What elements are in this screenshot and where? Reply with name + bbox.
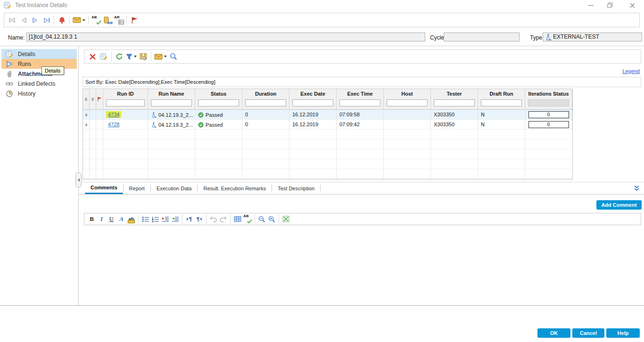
- cancel-button[interactable]: Cancel: [572, 328, 604, 338]
- increase-indent-button[interactable]: [160, 214, 170, 224]
- sidebar-item-label: Runs: [18, 61, 31, 67]
- bullet-list-button[interactable]: [140, 214, 150, 224]
- filter-button[interactable]: [125, 51, 138, 62]
- undo-button[interactable]: [208, 214, 218, 224]
- filter-input-exec-date[interactable]: [292, 99, 333, 106]
- ok-button[interactable]: OK: [537, 328, 570, 338]
- cycle-field[interactable]: [444, 33, 520, 41]
- first-entity-button[interactable]: [7, 15, 18, 26]
- run-details-button[interactable]: [98, 51, 109, 62]
- tab-comments[interactable]: Comments: [85, 182, 123, 194]
- tab-separator: [320, 185, 321, 192]
- run-id-link[interactable]: 4728: [108, 122, 119, 127]
- tab-result-execution-remarks[interactable]: Result. Execution Remarks: [198, 182, 272, 194]
- delete-run-button[interactable]: [87, 51, 98, 62]
- iterations-status-box[interactable]: 0: [528, 121, 569, 128]
- left-to-right-paragraph-button[interactable]: ¶: [184, 214, 194, 224]
- next-entity-button[interactable]: [29, 15, 41, 26]
- collapse-panel-chevron-icon[interactable]: [634, 185, 640, 191]
- sidebar-item-runs[interactable]: Runs: [1, 59, 77, 69]
- close-button[interactable]: [625, 0, 639, 10]
- comment-edit-area[interactable]: [84, 226, 641, 305]
- select-columns-button[interactable]: [138, 51, 149, 62]
- row-attachment2-cell: [90, 120, 96, 130]
- runs-play-icon: [6, 60, 13, 68]
- column-header-attachment2-icon[interactable]: [90, 89, 96, 110]
- run-row-4734[interactable]: 4734 04.12.19.3_2... Passed 0 16.12.2019…: [83, 110, 572, 120]
- toolbar-separator: [126, 16, 127, 25]
- sidebar-item-details[interactable]: Details: [1, 49, 77, 59]
- sidebar-item-attachments[interactable]: Attachments: [1, 69, 77, 79]
- add-comment-button[interactable]: Add Comment: [596, 200, 642, 210]
- type-field[interactable]: EXTERNAL-TEST: [543, 33, 642, 41]
- decrease-indent-button[interactable]: [170, 214, 180, 224]
- send-mail-button[interactable]: [153, 51, 168, 62]
- sidebar-item-history[interactable]: History: [1, 89, 77, 98]
- send-mail-button[interactable]: [72, 15, 86, 26]
- filter-input-run-name[interactable]: [151, 99, 192, 106]
- filter-input-duration[interactable]: [245, 99, 286, 106]
- minimize-button[interactable]: [584, 0, 598, 10]
- iterations-status-cell: 0: [525, 120, 572, 130]
- filter-input-draft-run[interactable]: [481, 99, 522, 106]
- zoom-out-button[interactable]: [257, 214, 267, 224]
- sidebar-item-linked-defects[interactable]: Linked Defects: [1, 79, 77, 89]
- previous-entity-button[interactable]: [18, 15, 29, 26]
- tab-execution-data[interactable]: Execution Data: [151, 182, 198, 194]
- passed-check-icon: [198, 122, 204, 128]
- filter-input-host[interactable]: [387, 99, 428, 106]
- underline-button[interactable]: U: [107, 214, 116, 224]
- column-header-tester[interactable]: Tester: [431, 89, 478, 98]
- column-header-status[interactable]: Status: [195, 89, 242, 98]
- alerts-bell-icon[interactable]: [56, 15, 67, 26]
- thesaurus-icon[interactable]: AB: [102, 15, 113, 25]
- legend-link[interactable]: Legend: [622, 68, 640, 74]
- column-header-run-name[interactable]: Run Name: [148, 89, 195, 98]
- help-button[interactable]: Help: [606, 328, 640, 338]
- tab-report[interactable]: Report: [124, 182, 150, 194]
- flag-for-followup-icon[interactable]: [129, 15, 140, 26]
- check-spelling-icon[interactable]: AB: [91, 15, 102, 25]
- italic-button[interactable]: I: [97, 214, 107, 224]
- filter-input-status[interactable]: [198, 99, 239, 106]
- filter-input-run-id[interactable]: [106, 99, 145, 106]
- filter-input-tester[interactable]: [434, 99, 475, 106]
- run-row-4728[interactable]: 4728 04.12.19.3_2... Passed 0 16.12.2019…: [83, 120, 572, 130]
- find-button[interactable]: [168, 51, 179, 62]
- bold-button[interactable]: B: [87, 214, 97, 224]
- last-entity-button[interactable]: [41, 15, 52, 26]
- tab-test-description[interactable]: Test Description: [272, 182, 320, 194]
- sidebar-collapse-handle[interactable]: [75, 172, 82, 187]
- column-header-exec-time[interactable]: Exec Time: [337, 89, 384, 98]
- draft-run-cell: N: [478, 110, 525, 120]
- column-header-duration[interactable]: Duration: [242, 89, 289, 98]
- zoom-in-button[interactable]: [267, 214, 277, 224]
- right-to-left-paragraph-button[interactable]: ¶: [194, 214, 204, 224]
- column-header-iterations-status[interactable]: Iterations Status: [525, 89, 572, 98]
- spelling-options-icon[interactable]: AR: [113, 15, 124, 25]
- filter-input-exec-time[interactable]: [339, 99, 380, 106]
- refresh-button[interactable]: [114, 51, 125, 62]
- filter-cell-tester: [431, 98, 478, 110]
- toolbar-separator: [151, 52, 151, 61]
- sidebar-item-label: Linked Defects: [18, 81, 55, 87]
- column-header-flag-icon[interactable]: [96, 89, 103, 110]
- column-header-exec-date[interactable]: Exec Date: [289, 89, 337, 98]
- column-header-draft-run[interactable]: Draft Run: [478, 89, 525, 98]
- run-id-link[interactable]: 4734: [108, 112, 119, 117]
- highlight-color-button[interactable]: ab: [126, 214, 136, 224]
- spell-check-button[interactable]: AB: [242, 214, 253, 224]
- test-type-flask-icon: [151, 122, 157, 128]
- insert-table-button[interactable]: [232, 214, 242, 224]
- column-header-attachment-icon[interactable]: [83, 89, 90, 110]
- details-icon: [6, 50, 13, 58]
- column-header-host[interactable]: Host: [384, 89, 431, 98]
- redo-button[interactable]: [218, 214, 228, 224]
- name-field[interactable]: [1]tcd_04.12.19.3 1: [26, 33, 425, 41]
- iterations-status-box[interactable]: 0: [528, 111, 569, 118]
- fullscreen-button[interactable]: [281, 214, 291, 224]
- numbered-list-button[interactable]: [150, 214, 160, 224]
- restore-button[interactable]: [603, 0, 617, 10]
- font-color-button[interactable]: A: [116, 214, 126, 224]
- column-header-run-id[interactable]: Run ID: [103, 89, 148, 98]
